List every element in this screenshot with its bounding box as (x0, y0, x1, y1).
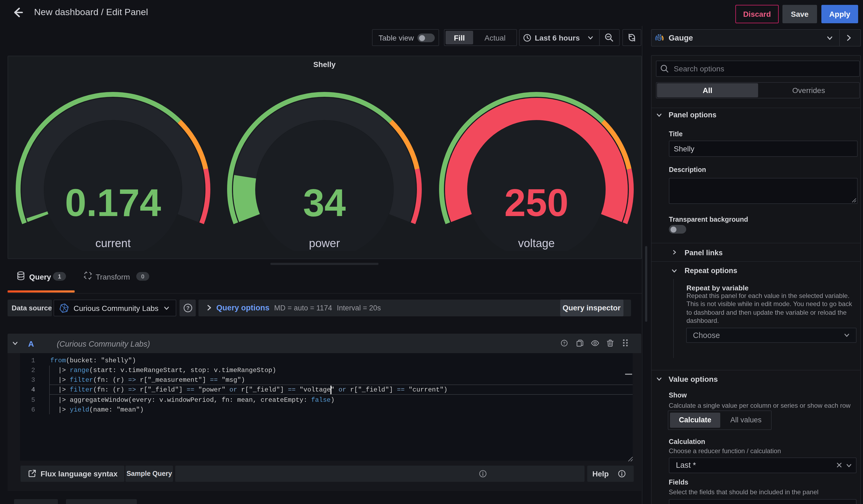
svg-text:current: current (96, 237, 131, 250)
svg-text:0.174: 0.174 (65, 181, 161, 224)
svg-text:250: 250 (504, 181, 568, 224)
svg-text:voltage: voltage (518, 237, 554, 250)
svg-text:?: ? (186, 305, 189, 311)
svg-text:power: power (309, 237, 340, 250)
svg-text:79: 79 (658, 37, 661, 40)
svg-text:34: 34 (303, 181, 346, 224)
svg-text:?: ? (563, 340, 565, 345)
